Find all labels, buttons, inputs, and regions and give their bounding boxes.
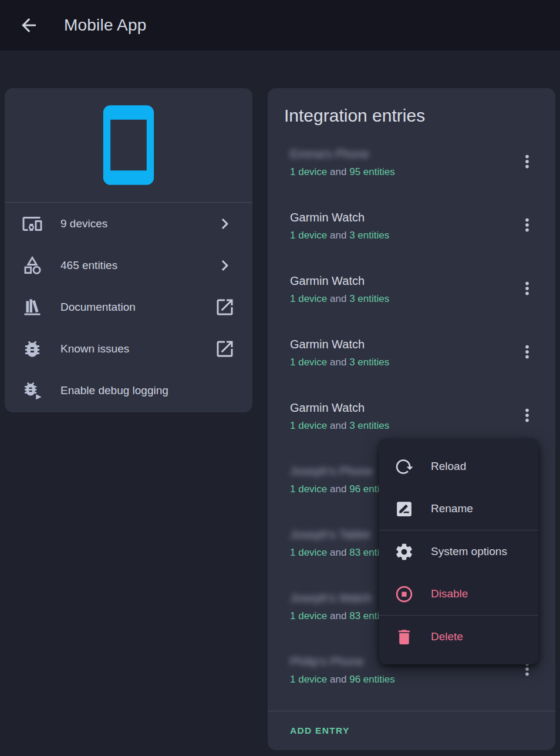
enable-debug-logging-row[interactable]: Enable debug logging — [5, 370, 252, 412]
entry-menu-button[interactable] — [515, 340, 539, 364]
cellphone-icon — [85, 102, 172, 189]
dots-vertical-icon — [517, 405, 537, 425]
menu-item-reload[interactable]: Reload — [379, 445, 538, 488]
stop-circle-icon — [394, 584, 414, 604]
entry-entities-link[interactable]: 3 entities — [349, 230, 389, 241]
arrow-left-icon — [18, 15, 39, 36]
entry-devices-link[interactable]: 1 device — [290, 483, 327, 495]
gear-icon — [394, 542, 414, 562]
entry-devices-link[interactable]: 1 device — [290, 230, 327, 241]
menu-item-disable[interactable]: Disable — [379, 573, 538, 615]
menu-item-label: System options — [431, 545, 507, 558]
open-in-new-icon — [214, 338, 235, 359]
entry-name: Garmin Watch — [290, 273, 389, 288]
devices-link-row[interactable]: 9 devices — [5, 203, 252, 244]
integration-info-card: 9 devices 465 entities Documentation Kno… — [5, 88, 252, 412]
bug-play-icon — [22, 380, 43, 401]
app-bar: Mobile App — [0, 0, 560, 51]
entry-menu-button[interactable] — [515, 150, 539, 173]
entities-link-label: 465 entities — [60, 259, 117, 272]
dots-vertical-icon — [517, 278, 537, 298]
known-issues-link-label: Known issues — [60, 342, 129, 355]
entry-devices-link[interactable]: 1 device — [290, 547, 327, 558]
entry-summary: 1 device and 96 entities — [290, 673, 395, 686]
entries-card-footer: ADD ENTRY — [268, 711, 555, 750]
dots-vertical-icon — [517, 215, 537, 235]
entry-menu-button[interactable] — [515, 404, 539, 427]
entry-summary: 1 device and 3 entities — [290, 293, 389, 305]
entry-summary: 1 device and 95 entities — [290, 166, 395, 179]
bug-icon — [22, 338, 43, 359]
chevron-right-icon — [214, 255, 235, 276]
entry-devices-link[interactable]: 1 device — [290, 674, 327, 685]
menu-item-label: Reload — [431, 460, 466, 473]
entry-devices-link[interactable]: 1 device — [290, 420, 327, 431]
reload-icon — [394, 457, 414, 476]
rename-box-icon — [394, 499, 414, 519]
dots-vertical-icon — [517, 342, 537, 362]
entry-summary: 1 device and 3 entities — [290, 356, 389, 369]
entry-name: Garmin Watch — [290, 400, 389, 415]
entry-entities-link[interactable]: 3 entities — [349, 293, 389, 304]
entry-summary: 1 device and 3 entities — [290, 229, 389, 242]
entry-devices-link[interactable]: 1 device — [290, 610, 327, 621]
entry-entities-link[interactable]: 3 entities — [349, 420, 389, 431]
entry-devices-link[interactable]: 1 device — [290, 293, 327, 304]
integration-entry: Garmin Watch 1 device and 3 entities — [268, 330, 555, 393]
entities-link-row[interactable]: 465 entities — [5, 244, 252, 286]
entry-name: Garmin Watch — [290, 337, 389, 352]
entry-menu-button[interactable] — [515, 213, 539, 237]
entry-devices-link[interactable]: 1 device — [290, 166, 327, 177]
entry-entities-link[interactable]: 96 entities — [349, 674, 395, 685]
entry-summary: 1 device and 3 entities — [290, 419, 389, 432]
enable-debug-logging-label: Enable debug logging — [60, 384, 168, 397]
bookshelf-icon — [22, 297, 43, 318]
menu-item-rename[interactable]: Rename — [379, 488, 538, 530]
menu-item-label: Delete — [431, 630, 463, 643]
entry-context-menu: Reload Rename System options Disable Del… — [379, 439, 538, 664]
integration-entry: Garmin Watch 1 device and 3 entities — [268, 266, 555, 330]
entry-menu-button[interactable] — [515, 277, 539, 300]
entries-card-title: Integration entries — [268, 88, 555, 127]
open-in-new-icon — [214, 297, 235, 318]
entry-devices-link[interactable]: 1 device — [290, 357, 327, 368]
entry-name: Garmin Watch — [290, 210, 389, 225]
devices-icon — [22, 213, 43, 234]
entry-entities-link[interactable]: 3 entities — [349, 357, 389, 368]
menu-item-delete[interactable]: Delete — [379, 616, 538, 658]
add-entry-button[interactable]: ADD ENTRY — [290, 725, 350, 736]
menu-item-system-options[interactable]: System options — [379, 530, 538, 573]
documentation-link-row[interactable]: Documentation — [5, 286, 252, 328]
entry-entities-link[interactable]: 95 entities — [349, 166, 395, 177]
chevron-right-icon — [214, 213, 235, 234]
known-issues-link-row[interactable]: Known issues — [5, 328, 252, 370]
menu-item-label: Rename — [431, 502, 473, 515]
shapes-icon — [22, 255, 43, 276]
integration-logo-area — [5, 88, 252, 203]
trash-icon — [394, 627, 414, 647]
page-title: Mobile App — [64, 16, 147, 35]
integration-entry: Garmin Watch 1 device and 3 entities — [268, 203, 555, 266]
dots-vertical-icon — [517, 152, 537, 172]
devices-link-label: 9 devices — [60, 217, 107, 230]
integration-entry: Emma's Phone 1 device and 95 entities — [268, 139, 555, 203]
documentation-link-label: Documentation — [60, 301, 136, 314]
menu-item-label: Disable — [431, 587, 468, 600]
entry-name: Emma's Phone — [290, 146, 395, 162]
info-rows: 9 devices 465 entities Documentation Kno… — [5, 203, 252, 412]
back-button[interactable] — [15, 11, 43, 39]
